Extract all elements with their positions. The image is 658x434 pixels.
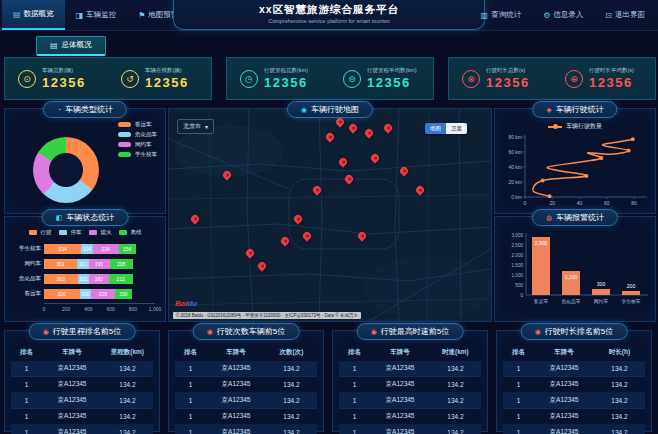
data-point [541,179,545,183]
panel-alarm-stats: ◍ 车辆报警统计 05001,0001,5002,0002,5003,0002,… [494,216,656,322]
bar-segment: 154 [119,244,136,254]
y-tick-label: 2,000 [512,253,524,258]
table-row: 1京A12345134.2 [175,425,317,434]
table-cell: 134.2 [102,397,153,404]
table-cell: 京A12345 [206,412,266,421]
column-header: 车牌号 [534,348,594,357]
y-tick-label: 1,500 [512,263,524,268]
table-cell: 京A12345 [370,396,430,405]
table-cell: 1 [175,365,206,372]
table-cell: 京A12345 [206,380,266,389]
legend-item: 客运车 [118,121,157,128]
panel-title: ◉行驶里程排名前5位 [29,323,136,340]
kpi-icon: ↺ [121,70,139,88]
nav-item[interactable]: ⊡退出界面 [594,0,656,30]
table-cell: 134.2 [594,397,645,404]
table-cell: 134.2 [430,397,481,404]
panel-title-label: 车辆状态统计 [66,212,114,223]
table-cell: 1 [339,429,370,434]
kpi-icon: ⊗ [462,70,480,88]
table-row: 1京A12345134.2 [503,409,645,425]
legend-swatch [118,142,131,147]
table-row: 1京A12345134.2 [11,361,153,377]
legend-item: 学生校车 [118,151,157,158]
bar-segment: 182 [89,274,109,284]
map-layer-button[interactable]: 卫星 [446,123,467,134]
column-header: 车牌号 [42,348,102,357]
bar-chart-icon: ▤ [50,41,58,50]
table-cell: 134.2 [430,429,481,434]
status-bar-row: 学生校车334104234154 [11,241,155,256]
table-cell: 134.2 [266,397,317,404]
table-header: 排名车牌号时长(h) [503,345,645,361]
legend-item: 停车 [59,229,82,236]
table-header: 排名车牌号里程数(km) [11,345,153,361]
table-cell: 京A12345 [534,364,594,373]
bar-segment: 205 [110,259,133,269]
nav-item-label: 查询统计 [491,10,521,20]
bar-segment: 102 [78,274,89,284]
table-panel: ◉行驶最高时速前5位排名车牌号时速(km)1京A12345134.21京A123… [332,330,488,432]
status-chart-icon: ◧ [56,214,63,222]
table-cell: 134.2 [594,429,645,434]
table-cell: 1 [339,381,370,388]
y-tick-label: 1,000 [512,273,524,278]
nav-item-icon: ⚑ [138,11,145,20]
bar-segment: 101 [77,259,88,269]
table-cell: 1 [175,413,206,420]
table-cell: 1 [11,413,42,420]
table-cell: 京A12345 [42,364,102,373]
nav-item-icon: ⊡ [605,11,612,20]
nav-item[interactable]: ◨车辆监控 [65,0,128,30]
bar-segment: 301 [44,259,77,269]
panel-title-label: 车辆行驶地图 [311,104,359,115]
table-row: 1京A12345134.2 [339,361,481,377]
stacked-bar: 320100220150 [44,289,155,299]
nav-item[interactable]: ⚙信息录入 [532,0,594,30]
kpi-label: 车辆总数(辆) [42,67,86,74]
table-row: 1京A12345134.2 [175,393,317,409]
map-canvas[interactable]: 北京市 ▾ 地图卫星 Baidu © 2018 Baidu - GS(2016)… [169,109,491,321]
kpi-text: 行驶里程总数(km)12356 [264,67,308,90]
y-tick-label: 500 [515,283,523,288]
nav-item[interactable]: ▥查询统计 [470,0,533,30]
table-cell: 京A12345 [370,428,430,434]
x-tick-label: 20 [549,200,555,206]
table-cell: 京A12345 [370,380,430,389]
city-select-value: 北京市 [183,122,201,131]
bar-value-label: 1,200 [565,274,578,280]
city-select[interactable]: 北京市 ▾ [177,119,214,134]
kpi-icon: ⊙ [18,70,36,88]
axis-tick-label: 0 [43,306,46,312]
kpi-group: ⊙车辆总数(辆)12356↺车辆在线数(辆)12356 [4,57,212,100]
table-row: 1京A12345134.2 [339,377,481,393]
nav-item-icon: ▤ [13,10,21,19]
kpi-value: 12356 [486,75,530,90]
table-row: 1京A12345134.2 [503,425,645,434]
dot-icon: ◉ [535,328,541,336]
nav-item[interactable]: ▤数据概览 [2,0,65,30]
legend-label: 危化品车 [135,131,157,138]
panel-title-label: 车辆报警统计 [556,212,604,223]
tab-overview[interactable]: ▤ 总体概况 [36,36,106,56]
y-tick-label: 60 km [508,149,522,155]
kpi-text: 车辆在线数(辆)12356 [145,67,189,90]
column-header: 排名 [339,348,370,357]
map-pin-icon: ◉ [301,106,307,114]
dot-icon: ◉ [371,328,377,336]
table-panel: ◉行驶次数车辆前5位排名车牌号次数(次)1京A12345134.21京A1234… [168,330,324,432]
column-header: 时长(h) [594,348,645,357]
table-cell: 134.2 [594,365,645,372]
table-row: 1京A12345134.2 [503,377,645,393]
status-bar-row: 客运车320100220150 [11,286,155,301]
kpi-card: ↺车辆在线数(辆)12356 [108,58,211,99]
kpi-card: ⊕行驶时长平均数(s)12356 [552,58,655,99]
kpi-value: 12356 [145,75,189,90]
table-cell: 1 [503,413,534,420]
map-layer-button[interactable]: 地图 [425,123,446,134]
bar-segment: 100 [80,289,91,299]
table-cell: 京A12345 [42,380,102,389]
table-cell: 1 [503,429,534,434]
axis-tick-label: 400 [84,306,92,312]
status-bar-row: 危化品车302102182212 [11,271,155,286]
